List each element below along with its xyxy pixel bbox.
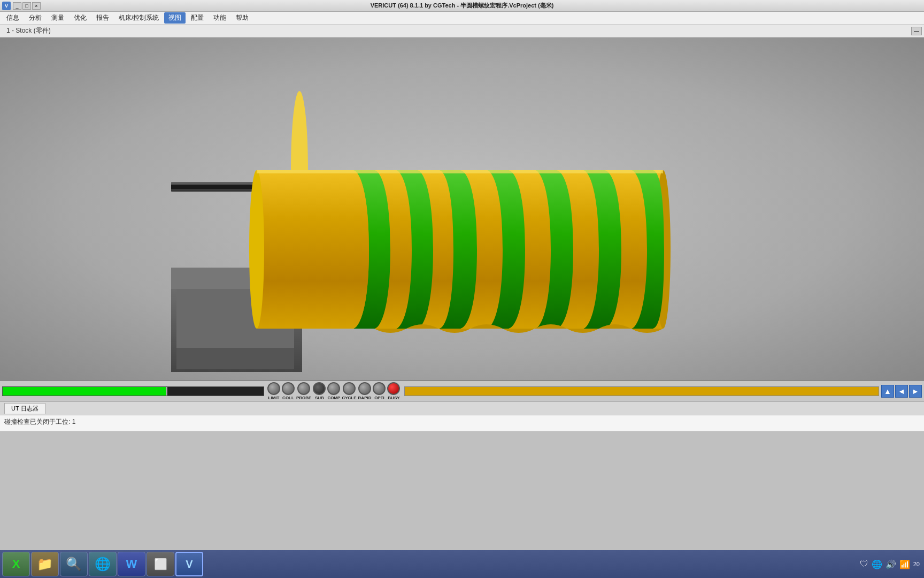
menu-item-功能[interactable]: 功能 xyxy=(209,12,230,24)
tabbar: 1 - Stock (零件) — xyxy=(0,25,924,37)
menu-item-优化[interactable]: 优化 xyxy=(70,12,91,24)
ctrl-btn-comp[interactable]: COMP xyxy=(327,382,340,400)
taskbar-btn-folder[interactable]: 📁 xyxy=(31,552,59,576)
systray: 🛡 🌐 🔊 📶 20 xyxy=(856,550,924,578)
taskbar-btn-search[interactable]: 🔍 xyxy=(60,552,88,576)
taskbar: X 📁 🔍 🌐 W ⬜ V 🛡 🌐 🔊 📶 20 xyxy=(0,550,924,578)
scene-svg xyxy=(0,37,924,380)
nav-btn-1[interactable]: ◄ xyxy=(895,385,908,398)
svg-rect-11 xyxy=(257,170,663,173)
menu-item-帮助[interactable]: 帮助 xyxy=(232,12,253,24)
ctrl-btn-rapid[interactable]: RAPID xyxy=(358,382,372,400)
window-title: VERICUT (64) 8.1.1 by CGTech - 半圆槽螺纹宏程序.… xyxy=(371,2,554,10)
tray-time: 20 xyxy=(913,561,920,567)
svg-point-10 xyxy=(249,170,264,329)
app-icon: V xyxy=(2,2,11,10)
tray-icon-network: 🌐 xyxy=(872,559,882,569)
ctrl-btn-sub[interactable]: SUB xyxy=(313,382,326,400)
ctrl-btn-opti[interactable]: OPTI xyxy=(373,382,386,400)
menu-item-分析[interactable]: 分析 xyxy=(25,12,46,24)
nav-btn-0[interactable]: ▲ xyxy=(881,385,894,398)
menu-item-机床/控制系统[interactable]: 机床/控制系统 xyxy=(114,12,163,24)
taskbar-btn-window[interactable]: ⬜ xyxy=(147,552,174,576)
log-content: 碰撞检查已关闭于工位: 1 xyxy=(0,415,924,431)
taskbar-btn-browser[interactable]: 🌐 xyxy=(89,552,117,576)
viewport-3d[interactable] xyxy=(0,37,924,380)
taskbar-btn-vericut[interactable]: V xyxy=(175,552,203,576)
window-controls[interactable]: _ □ × xyxy=(13,2,41,10)
nav-buttons: ▲◄► xyxy=(881,385,922,398)
win-minimize-btn[interactable]: _ xyxy=(13,2,21,10)
ctrl-btn-probe[interactable]: PROBE xyxy=(296,382,311,400)
ctrl-btn-busy[interactable]: BUSY xyxy=(387,382,400,400)
ctrl-btn-coll[interactable]: COLL xyxy=(282,382,295,400)
tray-icon-shield: 🛡 xyxy=(860,559,868,569)
tab-minimize-btn[interactable]: — xyxy=(911,27,922,35)
tray-icon-signal: 📶 xyxy=(899,559,910,569)
tab-stock: 1 - Stock (零件) xyxy=(2,25,55,36)
taskbar-btn-word[interactable]: W xyxy=(118,552,145,576)
control-buttons: LIMITCOLLPROBESUBCOMPCYCLERAPIDOPTIBUSY xyxy=(265,382,402,400)
taskbar-btn-excel[interactable]: X xyxy=(2,552,30,576)
log-tab[interactable]: UT 日志器 xyxy=(4,403,45,414)
svg-rect-5 xyxy=(176,348,294,369)
menubar: 信息分析测量优化报告机床/控制系统视图配置功能帮助 xyxy=(0,12,924,25)
menu-item-报告[interactable]: 报告 xyxy=(92,12,113,24)
menu-item-测量[interactable]: 测量 xyxy=(47,12,68,24)
svg-rect-6 xyxy=(171,185,259,189)
win-close-btn[interactable]: × xyxy=(32,2,41,10)
ctrl-btn-limit[interactable]: LIMIT xyxy=(267,382,280,400)
menu-item-配置[interactable]: 配置 xyxy=(187,12,208,24)
progress-bar[interactable] xyxy=(2,386,264,396)
controlbar: LIMITCOLLPROBESUBCOMPCYCLERAPIDOPTIBUSY … xyxy=(0,380,924,401)
ctrl-btn-cycle[interactable]: CYCLE xyxy=(342,382,356,400)
progress-fill xyxy=(3,387,167,396)
win-maximize-btn[interactable]: □ xyxy=(22,2,31,10)
logbar: UT 日志器 xyxy=(0,401,924,415)
progress-marker xyxy=(166,387,167,396)
right-progress-bar xyxy=(404,386,879,396)
titlebar: V _ □ × VERICUT (64) 8.1.1 by CGTech - 半… xyxy=(0,0,924,12)
menu-item-信息[interactable]: 信息 xyxy=(2,12,24,24)
nav-btn-2[interactable]: ► xyxy=(909,385,922,398)
tray-icon-speaker: 🔊 xyxy=(886,559,896,569)
menu-item-视图[interactable]: 视图 xyxy=(164,12,186,24)
